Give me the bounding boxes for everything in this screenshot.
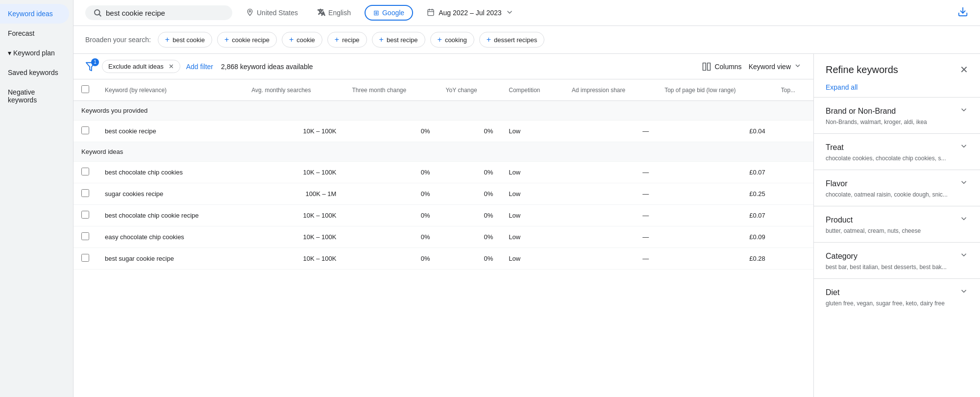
col-ad-impression: Ad impression share (564, 79, 657, 101)
cell-avg-monthly: 10K – 100K (244, 205, 344, 226)
search-input[interactable] (106, 9, 204, 17)
plus-icon: + (379, 35, 384, 44)
row-checkbox[interactable] (81, 211, 89, 219)
broaden-chip-3[interactable]: + recipe (327, 32, 367, 48)
cell-yoy-change: 0% (438, 226, 501, 248)
sidebar-item-negative-keywords[interactable]: Negative keywords (0, 82, 69, 110)
search-engine-selector[interactable]: ⊞ Google (365, 5, 413, 21)
cell-top-bid-high (773, 205, 813, 226)
refine-item-subtitle: chocolate, oatmeal raisin, cookie dough,… (826, 191, 968, 198)
broaden-chip-0[interactable]: + best cookie (158, 32, 212, 48)
content-area: 1 Exclude adult ideas ✕ Add filter 2,868… (74, 54, 980, 397)
exclude-chip-label: Exclude adult ideas (108, 63, 164, 70)
filter-badge: 1 (91, 58, 99, 66)
cell-keyword: best sugar cookie recipe (97, 248, 244, 270)
language-icon (318, 8, 325, 18)
sidebar-item-keyword-plan[interactable]: ▾ Keyword plan (0, 43, 69, 63)
cell-competition: Low (501, 226, 564, 248)
columns-label: Columns (714, 63, 741, 71)
cell-competition: Low (501, 205, 564, 226)
sidebar: Keyword ideas Forecast ▾ Keyword plan Sa… (0, 0, 74, 397)
calendar-icon (427, 8, 435, 18)
sidebar-item-saved-keywords[interactable]: Saved keywords (0, 63, 69, 82)
table-row: sugar cookies recipe100K – 1M0%0%Low—£0.… (74, 183, 813, 205)
cell-three-month: 0% (344, 183, 438, 205)
broaden-chip-label: dessert recipes (494, 36, 537, 44)
plus-icon: + (224, 35, 229, 44)
table-section-header: Keywords you provided (74, 101, 813, 121)
filter-icon-button[interactable]: 1 (85, 61, 96, 72)
broaden-chip-6[interactable]: + dessert recipes (479, 32, 545, 48)
refine-item-product[interactable]: Product butter, oatmeal, cream, nuts, ch… (814, 206, 980, 242)
cell-avg-monthly: 10K – 100K (244, 248, 344, 270)
plus-icon: + (438, 35, 442, 44)
location-filter[interactable]: United States (240, 5, 304, 21)
broaden-chip-2[interactable]: + cookie (282, 32, 322, 48)
sidebar-item-keyword-ideas[interactable]: Keyword ideas (0, 4, 69, 24)
download-button[interactable] (957, 6, 968, 20)
col-keyword: Keyword (by relevance) (97, 79, 244, 101)
refine-item-category[interactable]: Category best bar, best italian, best de… (814, 242, 980, 278)
cell-yoy-change: 0% (438, 205, 501, 226)
chevron-down-icon (959, 214, 968, 225)
refine-item-treat[interactable]: Treat chocolate cookies, chocolate chip … (814, 133, 980, 170)
header: United States English ⊞ Google Aug 2022 … (74, 0, 980, 26)
cell-keyword: easy chocolate chip cookies (97, 226, 244, 248)
sidebar-item-label: Forecast (8, 29, 34, 37)
refine-header: Refine keywords ✕ (814, 54, 980, 81)
refine-item-diet[interactable]: Diet gluten free, vegan, sugar free, ket… (814, 278, 980, 315)
row-checkbox[interactable] (81, 168, 89, 175)
refine-item-title: Category (826, 252, 858, 261)
cell-competition: Low (501, 183, 564, 205)
select-all-checkbox[interactable] (81, 85, 89, 93)
main-content: United States English ⊞ Google Aug 2022 … (74, 0, 980, 397)
cell-competition: Low (501, 248, 564, 270)
cell-avg-monthly: 10K – 100K (244, 121, 344, 142)
refine-item-title: Treat (826, 143, 844, 152)
cell-three-month: 0% (344, 205, 438, 226)
cell-top-bid-low: £0.25 (657, 183, 773, 205)
refine-item-subtitle: Non-Brands, walmart, kroger, aldi, ikea (826, 119, 968, 125)
broaden-chip-4[interactable]: + best recipe (372, 32, 425, 48)
column-view-selector[interactable]: Columns Keyword view (702, 62, 802, 72)
table-section-header: Keyword ideas (74, 142, 813, 162)
remove-filter-button[interactable]: ✕ (169, 63, 174, 70)
refine-item-subtitle: best bar, best italian, best desserts, b… (826, 264, 968, 271)
view-label: Keyword view (749, 63, 791, 71)
row-checkbox[interactable] (81, 254, 89, 262)
expand-all-button[interactable]: Expand all (814, 81, 980, 97)
language-filter[interactable]: English (312, 5, 357, 21)
broaden-chip-1[interactable]: + cookie recipe (217, 32, 277, 48)
refine-item-subtitle: chocolate cookies, chocolate chip cookie… (826, 155, 968, 162)
row-checkbox[interactable] (81, 189, 89, 197)
close-refine-button[interactable]: ✕ (960, 64, 968, 75)
search-container[interactable] (85, 5, 232, 20)
cell-yoy-change: 0% (438, 162, 501, 183)
table-row: easy chocolate chip cookies10K – 100K0%0… (74, 226, 813, 248)
table-row: best chocolate chip cookie recipe10K – 1… (74, 205, 813, 226)
keyword-table: Keyword (by relevance) Avg. monthly sear… (74, 79, 813, 270)
exclude-chip[interactable]: Exclude adult ideas ✕ (102, 60, 180, 73)
date-range-picker[interactable]: Aug 2022 – Jul 2023 (421, 5, 519, 21)
sidebar-item-label: Saved keywords (8, 69, 58, 76)
row-checkbox[interactable] (81, 232, 89, 240)
chevron-down-icon (506, 8, 514, 18)
refine-item-subtitle: gluten free, vegan, sugar free, keto, da… (826, 300, 968, 307)
chevron-down-icon (959, 287, 968, 298)
broaden-chip-label: recipe (342, 36, 359, 44)
row-checkbox[interactable] (81, 126, 89, 134)
refine-item-flavor[interactable]: Flavor chocolate, oatmeal raisin, cookie… (814, 170, 980, 206)
cell-ad-impression: — (564, 205, 657, 226)
google-icon: ⊞ (373, 9, 379, 17)
broaden-chip-label: best cookie (172, 36, 205, 44)
search-icon (93, 8, 102, 17)
broaden-chip-5[interactable]: + cooking (430, 32, 474, 48)
add-filter-button[interactable]: Add filter (186, 63, 213, 71)
cell-keyword: sugar cookies recipe (97, 183, 244, 205)
cell-top-bid-high (773, 121, 813, 142)
cell-ad-impression: — (564, 162, 657, 183)
sidebar-item-forecast[interactable]: Forecast (0, 24, 69, 43)
svg-rect-10 (708, 63, 710, 70)
refine-item-brand-non-brand[interactable]: Brand or Non-Brand Non-Brands, walmart, … (814, 97, 980, 133)
chevron-down-icon (959, 142, 968, 153)
